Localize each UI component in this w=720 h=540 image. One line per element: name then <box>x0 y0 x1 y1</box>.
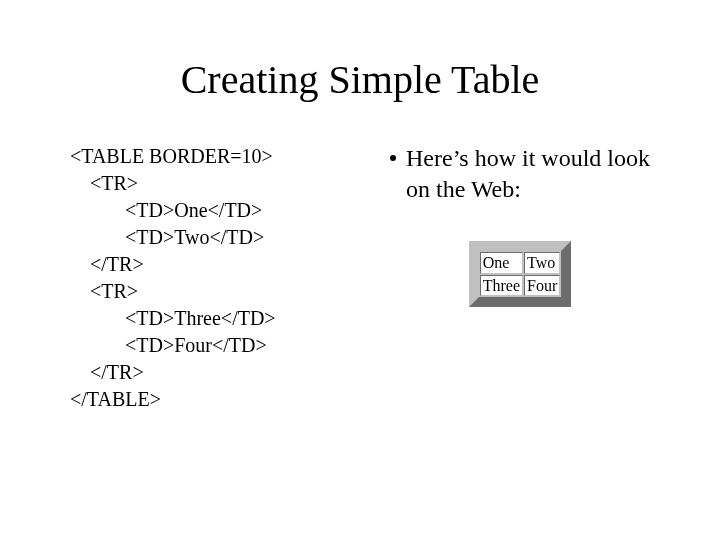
code-line: </TABLE> <box>70 386 370 413</box>
bullet-item: Here’s how it would look on the Web: <box>390 143 650 205</box>
table-row: One Two <box>480 252 561 273</box>
bullet-icon <box>390 155 396 161</box>
right-column: Here’s how it would look on the Web: One… <box>370 143 650 413</box>
table-cell: One <box>480 252 523 273</box>
table-cell: Four <box>524 275 560 296</box>
code-line: </TR> <box>70 251 370 278</box>
table-cell: Three <box>480 275 523 296</box>
slide-title: Creating Simple Table <box>0 0 720 143</box>
code-line: <TD>One</TD> <box>70 197 370 224</box>
table-cell: Two <box>524 252 560 273</box>
code-line: <TD>Four</TD> <box>70 332 370 359</box>
code-line: <TABLE BORDER=10> <box>70 143 370 170</box>
example-table-wrap: One Two Three Four <box>390 241 650 306</box>
code-line: <TR> <box>70 278 370 305</box>
bullet-text: Here’s how it would look on the Web: <box>406 143 650 205</box>
example-table: One Two Three Four <box>469 241 572 306</box>
content-columns: <TABLE BORDER=10> <TR> <TD>One</TD> <TD>… <box>0 143 720 413</box>
table-row: Three Four <box>480 275 561 296</box>
code-block: <TABLE BORDER=10> <TR> <TD>One</TD> <TD>… <box>70 143 370 413</box>
code-line: <TD>Two</TD> <box>70 224 370 251</box>
code-line: <TD>Three</TD> <box>70 305 370 332</box>
code-line: </TR> <box>70 359 370 386</box>
code-line: <TR> <box>70 170 370 197</box>
